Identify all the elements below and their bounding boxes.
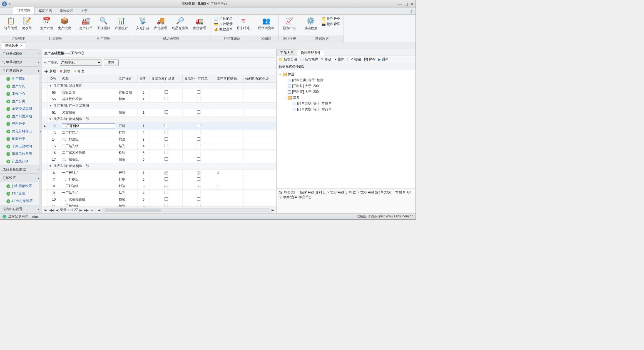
pager-last[interactable]: ⏭ [90, 208, 94, 212]
expand-icon[interactable]: ▾ [49, 104, 53, 108]
nav-section-header[interactable]: 产品基础数据◂ [0, 49, 42, 58]
table-row[interactable]: 51欠货包装包装1 [42, 109, 276, 116]
nav-item[interactable]: ›打印模板设置 [0, 182, 42, 190]
info-icon[interactable]: ⓘ [410, 10, 413, 14]
checkbox-order[interactable] [197, 157, 200, 161]
table-row[interactable]: ▸12开料1 [42, 123, 276, 130]
name-input[interactable] [62, 123, 115, 128]
checkbox-tag[interactable] [165, 144, 168, 147]
ribbon-item[interactable]: 🚛发货管理 [191, 16, 208, 31]
menu-tab-settings[interactable]: 系统设置 [56, 8, 77, 14]
ribbon-small-item[interactable]: 🧾汇款记录 [214, 16, 233, 21]
column-header[interactable]: 物料匹配优先级 [243, 75, 276, 83]
maximize-button[interactable]: ▢ [404, 2, 408, 6]
nav-section-header[interactable]: 订单基础数据◂ [0, 58, 42, 66]
ribbon-item[interactable]: 🚚库位管理 [152, 16, 170, 31]
pager-scroll-left[interactable]: ◀ [98, 208, 100, 212]
column-header[interactable]: 工序描述 [117, 75, 138, 83]
expand-icon[interactable]: ▾ [49, 117, 53, 121]
tab-staff[interactable]: 工作人员 [277, 49, 297, 56]
tree-node[interactable]: [订单类型] 等于 '样品单' [278, 106, 414, 112]
table-row[interactable]: 55背板合包背板合包2 [42, 89, 276, 96]
expand-icon[interactable]: ▾ [49, 84, 53, 88]
table-row[interactable]: 6一厂开料组开料1K [42, 170, 276, 176]
ribbon-small-item[interactable]: 💳扣款记录 [214, 22, 233, 26]
checkbox-order[interactable] [197, 131, 200, 134]
table-row[interactable]: 9一厂钻孔组钻孔4 [42, 190, 276, 196]
twisty-icon[interactable]: − [284, 96, 287, 100]
ribbon-small-item[interactable]: 🗂️物料分类 [321, 16, 340, 21]
nav-item[interactable]: ›生产分类 [0, 98, 42, 105]
table-row[interactable]: 8一厂封边组封边3F [42, 183, 276, 190]
group-row[interactable]: ▾ 生产车间: 广州欠货车间 [42, 103, 276, 109]
nav-item[interactable]: ›优化开料导出 [0, 128, 42, 135]
nav-item[interactable]: ›车间工作日历 [0, 150, 42, 158]
checkbox-order[interactable] [197, 185, 200, 188]
ribbon-item[interactable]: 📦生产批次 [56, 16, 73, 31]
checkbox-tag[interactable] [165, 124, 168, 127]
checkbox-tag[interactable] [165, 204, 168, 207]
remove-button[interactable]: ✖ 删除 [334, 57, 344, 62]
table-row[interactable]: 56背板板件检验检验1 [42, 96, 276, 103]
checkbox-tag[interactable] [165, 197, 168, 201]
ribbon-item[interactable]: 🏭生产订单 [77, 16, 95, 31]
ribbon-item[interactable]: ⚙️基础数据 [302, 16, 320, 31]
checkbox-tag[interactable] [165, 110, 168, 114]
ribbon-item[interactable]: 👥经销商资料 [256, 16, 277, 31]
checkbox-order[interactable] [197, 110, 200, 114]
delete-button[interactable]: ✖删除 [59, 69, 70, 74]
quick-icon[interactable]: ⎋ [9, 2, 11, 6]
minimize-button[interactable]: — [398, 2, 402, 6]
checkbox-tag[interactable] [165, 137, 168, 141]
tree-node[interactable]: [开料长] 大于 '200' [278, 83, 414, 89]
pager-prev[interactable]: ◀ [56, 208, 58, 212]
checkbox-order[interactable] [197, 172, 200, 175]
nav-item[interactable]: ›车间出勤时间 [0, 143, 42, 150]
nav-item[interactable]: ›承诺交货周期 [0, 105, 42, 113]
checkbox-tag[interactable] [165, 90, 168, 94]
pager-next-page[interactable]: ▶▶ [84, 208, 89, 212]
checkbox-order[interactable] [197, 137, 200, 141]
tab-match-cond[interactable]: 物料匹配条件 [297, 49, 324, 56]
checkbox-order[interactable] [197, 197, 200, 201]
ribbon-item[interactable]: 📋订单管理 [2, 16, 20, 31]
table-row[interactable]: 16二厂试装检验组检验5 [42, 150, 276, 156]
group-row[interactable]: ▾ 生产车间: 柜体制造一部 [42, 163, 276, 170]
add-group-button[interactable]: 📁 新增分组 [279, 57, 297, 62]
nav-section-header[interactable]: 生产基础数据▾ [0, 66, 42, 75]
menu-tab-about[interactable]: 关于 [77, 8, 91, 14]
checkbox-order[interactable] [197, 191, 200, 194]
checkbox-tag[interactable] [165, 151, 168, 154]
nav-section-header[interactable]: 报表中心设置◂ [0, 205, 42, 213]
table-row[interactable]: 17二厂包装组包装6 [42, 156, 276, 163]
nav-item[interactable]: ›生产基地 [0, 75, 42, 83]
twisty-icon[interactable]: − [279, 73, 282, 76]
checkbox-order[interactable] [197, 97, 200, 100]
ribbon-item[interactable]: 📊产里统计 [113, 16, 130, 31]
grid-wrapper[interactable]: ID号名称工序描述排序显示到板件标签显示到生产订单工艺路径编码物料匹配优先级 ▾… [42, 75, 276, 207]
checkbox-tag[interactable] [165, 97, 168, 100]
undo-button[interactable]: ↶ 撤销 [351, 57, 361, 62]
checkbox-tag[interactable] [165, 191, 168, 194]
close-button[interactable]: ✕ [411, 2, 414, 6]
checkbox-tag[interactable] [165, 131, 168, 134]
base-select[interactable]: 广州基地 [60, 59, 101, 66]
ribbon-item[interactable]: 🔎成品仓查询 [170, 16, 191, 31]
ribbon-item[interactable]: 📆月末结账 [234, 16, 252, 31]
doc-tab-basedata[interactable]: 基础数据 ✕ [2, 42, 26, 49]
checkbox-tag[interactable] [165, 157, 168, 161]
group-row[interactable]: ▾ 生产车间: 背板车间 [42, 83, 276, 89]
ribbon-item[interactable]: 📝更改单 [20, 16, 34, 31]
pager-first[interactable]: ⏮ [44, 208, 48, 212]
save-button[interactable]: 💾 保存 [364, 57, 376, 62]
checkbox-order[interactable] [197, 151, 200, 154]
ribbon-small-item[interactable]: 🗃️物料管理 [321, 22, 340, 26]
nav-collapse-handle[interactable]: ◂ [39, 49, 42, 213]
modify-button[interactable]: ✎ 修改 [321, 57, 331, 62]
ribbon-item[interactable]: 🔍工序跟踪 [95, 16, 113, 31]
checkbox-order[interactable] [197, 144, 200, 147]
nav-item[interactable]: ›生产车间 [0, 83, 42, 90]
pager-next[interactable]: ▶ [79, 208, 82, 212]
ribbon-small-item[interactable]: 💰账款查询 [214, 27, 233, 32]
cond-tree[interactable]: −并且[计料分类] 等于 '柜身'[开料长] 大于 '200'[开料宽] 大于 … [277, 70, 416, 188]
